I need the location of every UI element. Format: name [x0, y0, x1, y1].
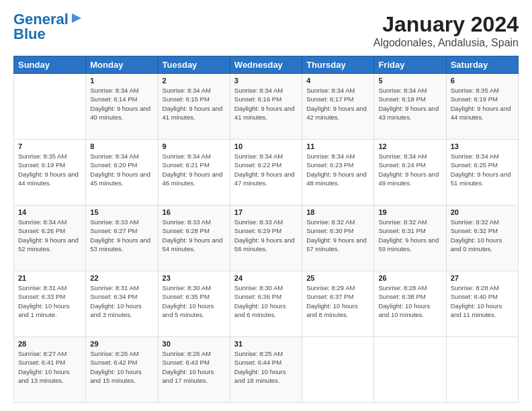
- table-row: 4 Sunrise: 8:34 AM Sunset: 6:17 PM Dayli…: [302, 74, 374, 140]
- daylight-text: Daylight: 9 hours and 46 minutes.: [163, 171, 223, 187]
- sunset-text: Sunset: 6:41 PM: [18, 359, 65, 366]
- day-number: 13: [451, 142, 514, 150]
- sunset-text: Sunset: 6:21 PM: [163, 161, 210, 169]
- sunset-text: Sunset: 6:31 PM: [378, 227, 425, 234]
- sunrise-text: Sunrise: 8:30 AM: [234, 284, 283, 291]
- table-row: 30 Sunrise: 8:26 AM Sunset: 6:43 PM Dayl…: [158, 337, 230, 403]
- sunrise-text: Sunrise: 8:34 AM: [234, 87, 283, 94]
- sunset-text: Sunset: 6:36 PM: [234, 293, 281, 300]
- daylight-text: Daylight: 9 hours and 56 minutes.: [234, 236, 295, 253]
- sunset-text: Sunset: 6:17 PM: [306, 95, 353, 103]
- table-row: 11 Sunrise: 8:34 AM Sunset: 6:23 PM Dayl…: [302, 140, 374, 205]
- sunrise-text: Sunrise: 8:32 AM: [306, 218, 355, 226]
- table-row: 20 Sunrise: 8:32 AM Sunset: 6:32 PM Dayl…: [446, 205, 518, 271]
- table-row: 5 Sunrise: 8:34 AM Sunset: 6:18 PM Dayli…: [374, 74, 446, 140]
- day-info: Sunrise: 8:31 AM Sunset: 6:34 PM Dayligh…: [90, 283, 153, 319]
- daylight-text: Daylight: 9 hours and 48 minutes.: [306, 171, 367, 187]
- day-number: 9: [163, 142, 226, 150]
- daylight-text: Daylight: 10 hours and 15 minutes.: [90, 368, 142, 384]
- calendar-page: General Blue January 2024 Algodonales, A…: [0, 0, 532, 411]
- day-info: Sunrise: 8:34 AM Sunset: 6:20 PM Dayligh…: [90, 152, 153, 187]
- day-number: 12: [378, 142, 441, 150]
- day-info: Sunrise: 8:35 AM Sunset: 6:19 PM Dayligh…: [451, 86, 514, 122]
- day-info: Sunrise: 8:33 AM Sunset: 6:28 PM Dayligh…: [163, 218, 226, 253]
- day-info: Sunrise: 8:34 AM Sunset: 6:26 PM Dayligh…: [18, 218, 81, 253]
- day-info: Sunrise: 8:28 AM Sunset: 6:38 PM Dayligh…: [378, 283, 441, 319]
- sunset-text: Sunset: 6:28 PM: [163, 227, 210, 234]
- sunrise-text: Sunrise: 8:26 AM: [90, 350, 138, 357]
- table-row: 28 Sunrise: 8:27 AM Sunset: 6:41 PM Dayl…: [14, 337, 86, 403]
- daylight-text: Daylight: 10 hours and 6 minutes.: [234, 302, 286, 318]
- day-info: Sunrise: 8:28 AM Sunset: 6:40 PM Dayligh…: [451, 283, 514, 319]
- table-row: 19 Sunrise: 8:32 AM Sunset: 6:31 PM Dayl…: [374, 205, 446, 271]
- calendar-week-row: 28 Sunrise: 8:27 AM Sunset: 6:41 PM Dayl…: [14, 337, 519, 403]
- daylight-text: Daylight: 9 hours and 44 minutes.: [18, 171, 79, 187]
- table-row: 27 Sunrise: 8:28 AM Sunset: 6:40 PM Dayl…: [446, 271, 518, 337]
- logo-text: General: [13, 12, 69, 27]
- svg-marker-0: [72, 13, 81, 23]
- day-info: Sunrise: 8:30 AM Sunset: 6:36 PM Dayligh…: [234, 283, 298, 319]
- sunrise-text: Sunrise: 8:34 AM: [18, 218, 66, 226]
- day-info: Sunrise: 8:32 AM Sunset: 6:32 PM Dayligh…: [451, 218, 514, 253]
- sunrise-text: Sunrise: 8:34 AM: [378, 87, 427, 94]
- table-row: 17 Sunrise: 8:33 AM Sunset: 6:29 PM Dayl…: [230, 205, 302, 271]
- day-info: Sunrise: 8:34 AM Sunset: 6:17 PM Dayligh…: [306, 86, 369, 122]
- day-info: Sunrise: 8:26 AM Sunset: 6:42 PM Dayligh…: [90, 349, 153, 385]
- day-info: Sunrise: 8:35 AM Sunset: 6:19 PM Dayligh…: [18, 152, 81, 187]
- day-number: 29: [90, 340, 153, 348]
- day-number: 19: [378, 208, 441, 216]
- day-info: Sunrise: 8:25 AM Sunset: 6:44 PM Dayligh…: [234, 349, 298, 385]
- day-info: Sunrise: 8:26 AM Sunset: 6:43 PM Dayligh…: [163, 349, 226, 385]
- daylight-text: Daylight: 9 hours and 54 minutes.: [163, 236, 223, 253]
- day-number: 14: [18, 208, 81, 216]
- day-number: 10: [234, 142, 298, 150]
- day-info: Sunrise: 8:27 AM Sunset: 6:41 PM Dayligh…: [18, 349, 81, 385]
- table-row: [446, 337, 518, 403]
- table-row: 12 Sunrise: 8:34 AM Sunset: 6:24 PM Dayl…: [374, 140, 446, 205]
- sunset-text: Sunset: 6:14 PM: [90, 95, 137, 103]
- table-row: 18 Sunrise: 8:32 AM Sunset: 6:30 PM Dayl…: [302, 205, 374, 271]
- day-number: 18: [306, 208, 369, 216]
- sunset-text: Sunset: 6:15 PM: [163, 95, 210, 103]
- daylight-text: Daylight: 9 hours and 53 minutes.: [90, 236, 150, 253]
- page-header: General Blue January 2024 Algodonales, A…: [13, 12, 519, 49]
- daylight-text: Daylight: 9 hours and 40 minutes.: [90, 105, 150, 121]
- col-sunday: Sunday: [14, 56, 86, 74]
- day-info: Sunrise: 8:32 AM Sunset: 6:31 PM Dayligh…: [378, 218, 441, 253]
- calendar-week-row: 21 Sunrise: 8:31 AM Sunset: 6:33 PM Dayl…: [14, 271, 519, 337]
- sunrise-text: Sunrise: 8:34 AM: [451, 152, 499, 160]
- col-monday: Monday: [86, 56, 158, 74]
- table-row: 22 Sunrise: 8:31 AM Sunset: 6:34 PM Dayl…: [86, 271, 158, 337]
- calendar-week-row: 7 Sunrise: 8:35 AM Sunset: 6:19 PM Dayli…: [14, 140, 519, 205]
- day-info: Sunrise: 8:34 AM Sunset: 6:15 PM Dayligh…: [163, 86, 226, 122]
- sunset-text: Sunset: 6:24 PM: [378, 161, 425, 169]
- sunset-text: Sunset: 6:30 PM: [306, 227, 353, 234]
- daylight-text: Daylight: 10 hours and 8 minutes.: [306, 302, 358, 318]
- sunrise-text: Sunrise: 8:33 AM: [163, 218, 211, 226]
- daylight-text: Daylight: 9 hours and 49 minutes.: [378, 171, 439, 187]
- sunrise-text: Sunrise: 8:32 AM: [451, 218, 499, 226]
- sunrise-text: Sunrise: 8:34 AM: [306, 87, 355, 94]
- sunset-text: Sunset: 6:27 PM: [90, 227, 137, 234]
- day-info: Sunrise: 8:34 AM Sunset: 6:14 PM Dayligh…: [90, 86, 153, 122]
- day-info: Sunrise: 8:29 AM Sunset: 6:37 PM Dayligh…: [306, 283, 369, 319]
- table-row: 25 Sunrise: 8:29 AM Sunset: 6:37 PM Dayl…: [302, 271, 374, 337]
- sunrise-text: Sunrise: 8:34 AM: [306, 152, 355, 160]
- sunrise-text: Sunrise: 8:34 AM: [163, 152, 211, 160]
- daylight-text: Daylight: 9 hours and 51 minutes.: [451, 171, 511, 187]
- day-number: 8: [90, 142, 153, 150]
- sunset-text: Sunset: 6:23 PM: [306, 161, 353, 169]
- day-info: Sunrise: 8:34 AM Sunset: 6:23 PM Dayligh…: [306, 152, 369, 187]
- day-number: 11: [306, 142, 369, 150]
- day-number: 15: [90, 208, 153, 216]
- calendar-subtitle: Algodonales, Andalusia, Spain: [373, 37, 519, 49]
- sunset-text: Sunset: 6:38 PM: [378, 293, 425, 300]
- daylight-text: Daylight: 10 hours and 18 minutes.: [234, 368, 286, 384]
- day-number: 6: [451, 77, 514, 85]
- daylight-text: Daylight: 10 hours and 11 minutes.: [451, 302, 502, 318]
- calendar-week-row: 14 Sunrise: 8:34 AM Sunset: 6:26 PM Dayl…: [14, 205, 519, 271]
- daylight-text: Daylight: 9 hours and 45 minutes.: [90, 171, 150, 187]
- sunset-text: Sunset: 6:19 PM: [18, 161, 65, 169]
- sunrise-text: Sunrise: 8:31 AM: [90, 284, 138, 291]
- sunset-text: Sunset: 6:42 PM: [90, 359, 137, 366]
